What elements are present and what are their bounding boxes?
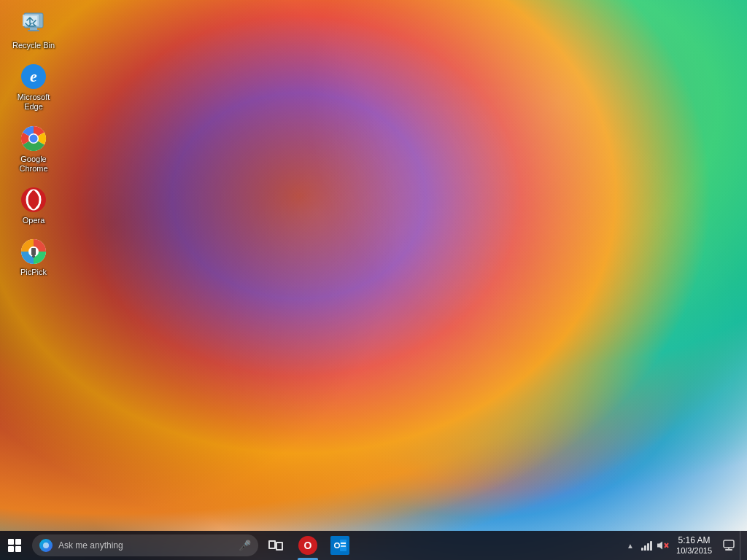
svg-point-12 [30,190,37,209]
recycle-bin-icon [19,10,48,39]
desktop-icon-edge[interactable]: e Microsoft Edge [7,59,60,114]
volume-icon[interactable] [654,531,670,560]
svg-rect-15 [31,248,36,255]
taskbar-app-opera[interactable]: O [292,531,324,560]
desktop-icons-container: Recycle Bin e Microsoft Edge [7,7,60,280]
windows-logo-icon [8,539,21,552]
opera-label: Opera [23,216,45,225]
tray-overflow-button[interactable]: ▲ [622,531,638,560]
svg-rect-27 [725,549,732,551]
taskbar-app-outlook[interactable] [324,531,356,560]
edge-icon: e [19,62,48,91]
microphone-icon[interactable]: 🎤 [238,539,251,552]
desktop-icon-picpick[interactable]: PicPick [7,234,60,280]
network-icon[interactable] [638,531,654,560]
task-view-icon [268,540,283,551]
show-desktop-button[interactable] [740,531,744,560]
recycle-bin-label: Recycle Bin [12,41,55,50]
opera-taskbar-icon: O [298,536,317,555]
svg-rect-4 [28,30,39,31]
svg-rect-26 [724,540,734,548]
svg-rect-20 [341,542,346,544]
desktop: Recycle Bin e Microsoft Edge [0,0,747,560]
picpick-icon [19,237,48,266]
action-center-icon [723,540,735,551]
edge-label: Microsoft Edge [10,93,57,112]
action-center-button[interactable] [718,531,740,560]
clock-date: 10/3/2015 [676,546,712,556]
desktop-icon-chrome[interactable]: Google Chrome [7,121,60,176]
speaker-muted-icon [656,540,669,551]
desktop-icon-opera[interactable]: Opera [7,182,60,228]
desktop-icon-recycle-bin[interactable]: Recycle Bin [7,7,60,53]
system-tray: ▲ 5:16 AM 10 [622,531,744,560]
picpick-label: PicPick [20,268,47,277]
start-button[interactable] [0,531,29,560]
cortana-icon [39,539,53,552]
clock-area[interactable]: 5:16 AM 10/3/2015 [670,531,718,560]
cortana-search-bar[interactable]: Ask me anything 🎤 [32,534,258,556]
taskbar-pinned-apps: O [292,531,622,560]
chrome-icon [19,124,48,153]
opera-icon [19,185,48,214]
taskbar: Ask me anything 🎤 O [0,531,747,560]
search-placeholder-text: Ask me anything [58,540,233,551]
clock-time: 5:16 AM [678,535,711,545]
svg-point-23 [336,544,339,548]
svg-rect-3 [30,28,37,30]
chrome-label: Google Chrome [10,155,57,174]
svg-rect-16 [32,255,35,257]
outlook-taskbar-icon [330,536,349,555]
task-view-button[interactable] [261,531,290,560]
network-bars-icon [641,540,652,551]
svg-rect-21 [341,545,346,547]
svg-text:e: e [30,67,37,85]
svg-point-9 [30,134,38,142]
